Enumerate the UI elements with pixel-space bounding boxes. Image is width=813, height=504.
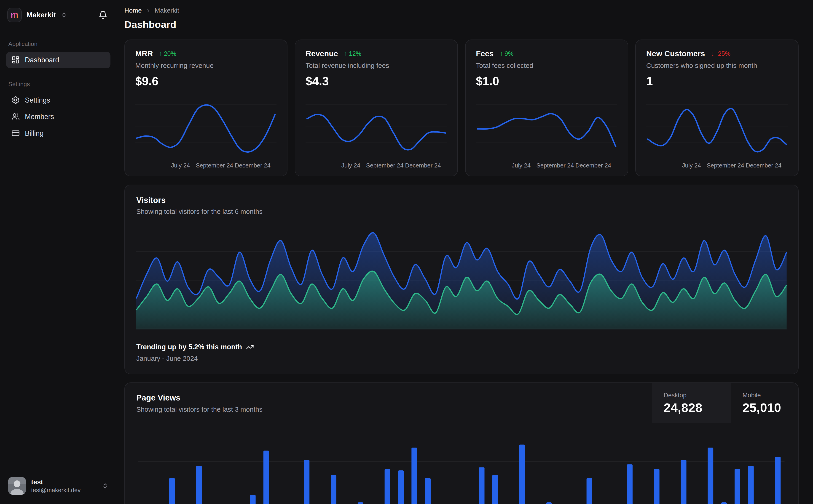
arrow-up-icon: ↑ [159,50,162,57]
page-views-header: Page Views Showing total visitors for th… [125,383,798,423]
stat-value: $4.3 [306,74,447,88]
stat-description: Total revenue including fees [306,62,447,69]
workspace-name: Makerkit [27,11,56,19]
stat-title: New Customers [646,49,705,58]
stat-description: Monthly recurring revenue [135,62,277,69]
revenue-sparkline-chart [306,99,447,161]
toggle-label: Desktop [664,392,725,399]
visitors-card: Visitors Showing total visitors for the … [124,185,798,374]
trend-badge: ↓-25% [711,50,731,57]
visitors-area-chart [136,227,787,329]
arrow-up-icon: ↑ [500,50,503,57]
nav-section-label-settings: Settings [8,81,108,88]
stat-description: Customers who signed up this month [646,62,788,69]
sidebar-item-members[interactable]: Members [6,109,110,125]
stat-cards-row: MRR ↑20% Monthly recurring revenue $9.6 … [124,40,798,176]
stat-description: Total fees collected [476,62,617,69]
bell-icon [98,11,107,19]
sidebar-item-settings[interactable]: Settings [6,92,110,109]
stat-card-mrr: MRR ↑20% Monthly recurring revenue $9.6 … [124,40,288,176]
sidebar-item-billing[interactable]: Billing [6,125,110,142]
page-views-bar-chart [138,423,784,504]
credit-card-icon [11,129,20,137]
page-views-card: Page Views Showing total visitors for th… [124,382,798,504]
page-views-description: Showing total visitors for the last 3 mo… [136,406,640,413]
toggle-desktop[interactable]: Desktop 24,828 [652,383,731,423]
sidebar-item-label: Settings [25,96,50,104]
stat-value: $9.6 [135,74,277,88]
user-avatar [8,477,26,495]
arrow-up-icon: ↑ [344,50,347,57]
stat-card-fees: Fees ↑9% Total fees collected $1.0 July … [465,40,628,176]
visitors-footer-trend: Trending up by 5.2% this month [136,343,787,351]
sidebar-item-label: Dashboard [25,56,59,64]
user-menu[interactable]: test test@makerkit.dev [6,474,110,498]
trend-badge: ↑12% [344,50,361,57]
toggle-mobile[interactable]: Mobile 25,010 [731,383,798,423]
notifications-button[interactable] [96,8,109,21]
nav-section-label-application: Application [8,40,108,48]
toggle-value: 25,010 [743,401,793,415]
user-email: test@makerkit.dev [31,486,80,494]
stat-card-revenue: Revenue ↑12% Total revenue including fee… [295,40,458,176]
makerkit-logo: m [7,8,22,22]
visitors-title: Visitors [136,196,787,205]
visitors-footer-range: January - June 2024 [136,355,787,362]
x-axis-labels: July 24 September 24 December 24 [306,162,447,170]
mrr-sparkline-chart [135,99,277,161]
stat-title: Fees [476,49,494,58]
logo-letter: m [11,11,18,19]
stat-title: Revenue [306,49,338,58]
x-axis-labels: July 24 September 24 December 24 [476,162,617,170]
trend-badge: ↑20% [159,50,176,57]
x-axis-labels: July 24 September 24 December 24 [135,162,277,170]
chevron-right-icon [145,8,151,13]
sidebar-item-label: Billing [25,129,44,137]
stat-value: 1 [646,74,788,88]
arrow-down-icon: ↓ [711,50,715,57]
team-switcher[interactable]: m Makerkit [6,5,110,25]
stat-card-new-customers: New Customers ↓-25% Customers who signed… [635,40,798,176]
breadcrumb-current[interactable]: Makerkit [154,7,179,14]
new-customers-sparkline-chart [646,99,788,161]
dashboard-grid-icon [11,56,20,64]
sidebar-item-label: Members [25,113,54,121]
sidebar-item-dashboard[interactable]: Dashboard [6,52,110,68]
sidebar-nav: Application Dashboard Settings Settings [6,25,110,142]
trend-badge: ↑9% [500,50,514,57]
stat-title: MRR [135,49,153,58]
fees-sparkline-chart [476,99,617,161]
x-axis-labels: July 24 September 24 December 24 [646,162,788,170]
chevrons-up-down-icon [61,12,67,18]
visitors-description: Showing total visitors for the last 6 mo… [136,208,787,215]
breadcrumb-home-link[interactable]: Home [124,7,142,14]
users-icon [11,113,20,121]
chevrons-up-down-icon [102,483,108,489]
stat-value: $1.0 [476,74,617,88]
sidebar: m Makerkit Application Dashboard [0,0,117,504]
app-window: m Makerkit Application Dashboard [0,0,813,504]
page-views-title: Page Views [136,393,640,402]
toggle-label: Mobile [743,392,793,399]
toggle-value: 24,828 [664,401,725,415]
main-content: Home Makerkit Dashboard MRR ↑20% Monthly… [117,0,813,504]
breadcrumb: Home Makerkit [124,7,798,14]
gear-icon [11,96,20,104]
user-name: test [31,478,80,486]
page-title: Dashboard [124,19,798,30]
trending-up-icon [246,343,254,351]
